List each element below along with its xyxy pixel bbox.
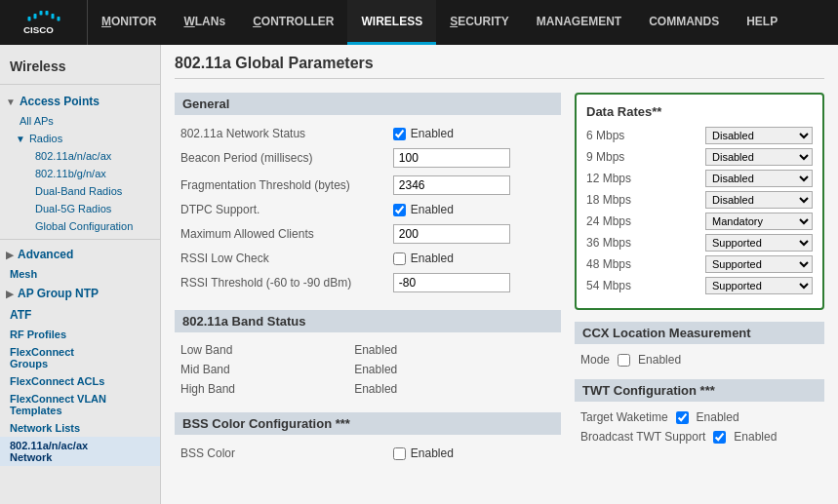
field-label-network-status: 802.11a Network Status bbox=[175, 123, 387, 144]
top-nav: CISCO MONITOR WLANs CONTROLLER WIRELESS … bbox=[0, 0, 838, 45]
advanced-arrow: ▶ bbox=[6, 250, 14, 260]
bss-color-title: BSS Color Configuration *** bbox=[175, 412, 561, 435]
general-section-title: General bbox=[175, 93, 561, 115]
nav-controller[interactable]: CONTROLLER bbox=[239, 0, 347, 45]
ccx-section: CCX Location Measurement Mode Enabled bbox=[575, 322, 824, 369]
advanced-label: Advanced bbox=[18, 248, 73, 261]
twt-broadcast-checkbox[interactable] bbox=[713, 431, 726, 444]
twt-waketime-row: Target Waketime Enabled bbox=[575, 407, 824, 427]
svg-rect-2 bbox=[33, 14, 36, 19]
low-band-value: Enabled bbox=[348, 340, 561, 360]
rate-select-18mbps[interactable]: DisabledMandatorySupported bbox=[705, 191, 813, 209]
sidebar-item-dual-5g[interactable]: Dual-5G Radios bbox=[0, 200, 160, 217]
twt-waketime-label: Target Waketime bbox=[580, 410, 668, 424]
nav-wireless[interactable]: WIRELESS bbox=[347, 0, 436, 45]
rate-row-12mbps: 12 Mbps DisabledMandatorySupported bbox=[586, 170, 813, 187]
bss-color-label: BSS Color bbox=[175, 443, 387, 464]
page-title: 802.11a Global Parameters bbox=[175, 55, 824, 79]
field-rssi-threshold: RSSI Threshold (-60 to -90 dBm) bbox=[175, 269, 561, 296]
sidebar-item-80211bgnax[interactable]: 802.11b/g/n/ax bbox=[0, 165, 160, 182]
sidebar-item-80211anax[interactable]: 802.11a/n/ac/ax bbox=[0, 147, 160, 165]
sidebar-item-rf-profiles[interactable]: RF Profiles bbox=[0, 326, 160, 343]
twt-waketime-value: Enabled bbox=[697, 410, 739, 424]
twt-section: TWT Configuration *** Target Waketime En… bbox=[575, 379, 824, 446]
ccx-mode-row: Mode Enabled bbox=[575, 350, 824, 369]
sidebar-item-mesh[interactable]: Mesh bbox=[0, 265, 160, 283]
field-rssi-low-check: RSSI Low Check Enabled bbox=[175, 248, 561, 269]
sidebar-item-all-aps[interactable]: All APs bbox=[0, 112, 160, 130]
band-row-low: Low Band Enabled bbox=[175, 340, 561, 360]
svg-text:CISCO: CISCO bbox=[23, 24, 54, 35]
rate-row-18mbps: 18 Mbps DisabledMandatorySupported bbox=[586, 191, 813, 209]
mid-band-label: Mid Band bbox=[175, 360, 348, 379]
apntp-arrow: ▶ bbox=[6, 289, 14, 299]
dtpc-checkbox[interactable] bbox=[393, 204, 406, 216]
rate-select-9mbps[interactable]: DisabledMandatorySupported bbox=[705, 148, 813, 166]
svg-rect-1 bbox=[45, 11, 48, 16]
data-rates-title: Data Rates** bbox=[586, 104, 813, 119]
ccx-title: CCX Location Measurement bbox=[575, 322, 824, 344]
rate-label-12mbps: 12 Mbps bbox=[586, 172, 655, 185]
beacon-period-input[interactable] bbox=[393, 148, 510, 168]
sidebar-item-advanced[interactable]: ▶ Advanced bbox=[0, 244, 160, 265]
rate-select-12mbps[interactable]: DisabledMandatorySupported bbox=[705, 170, 813, 187]
sidebar-item-atf[interactable]: ATF bbox=[0, 304, 160, 326]
sidebar-item-network-lists[interactable]: Network Lists bbox=[0, 419, 160, 437]
sidebar-item-access-points[interactable]: ▼ Access Points bbox=[0, 91, 160, 112]
nav-management[interactable]: MANAGEMENT bbox=[523, 0, 635, 45]
rate-select-48mbps[interactable]: DisabledMandatorySupported bbox=[705, 255, 813, 273]
bss-color-row: BSS Color Enabled bbox=[175, 443, 561, 464]
max-clients-input[interactable] bbox=[393, 224, 510, 244]
main-layout: Wireless ▼ Access Points All APs ▼Radios… bbox=[0, 45, 838, 504]
field-label-beacon: Beacon Period (millisecs) bbox=[175, 144, 387, 172]
sidebar-item-ap-group-ntp[interactable]: ▶ AP Group NTP bbox=[0, 283, 160, 304]
nav-items: MONITOR WLANs CONTROLLER WIRELESS SECURI… bbox=[88, 0, 791, 45]
nav-wlans[interactable]: WLANs bbox=[170, 0, 239, 45]
band-status-table: Low Band Enabled Mid Band Enabled High B… bbox=[175, 340, 561, 399]
low-band-label: Low Band bbox=[175, 340, 348, 360]
band-row-high: High Band Enabled bbox=[175, 379, 561, 399]
frag-threshold-input[interactable] bbox=[393, 175, 510, 195]
band-status-title: 802.11a Band Status bbox=[175, 310, 561, 332]
twt-broadcast-value: Enabled bbox=[734, 430, 777, 444]
svg-rect-4 bbox=[27, 17, 30, 21]
sidebar-item-flexconnect-acls[interactable]: FlexConnect ACLs bbox=[0, 372, 160, 390]
nav-security[interactable]: SECURITY bbox=[436, 0, 523, 45]
collapse-icon: ▼ bbox=[6, 97, 16, 107]
divider-1 bbox=[0, 239, 160, 240]
rate-row-9mbps: 9 Mbps DisabledMandatorySupported bbox=[586, 148, 813, 166]
rate-select-36mbps[interactable]: DisabledMandatorySupported bbox=[705, 234, 813, 252]
mid-band-value: Enabled bbox=[348, 360, 561, 379]
ccx-mode-checkbox[interactable] bbox=[618, 354, 630, 367]
field-max-clients: Maximum Allowed Clients bbox=[175, 220, 561, 248]
sidebar-item-global-config[interactable]: Global Configuration bbox=[0, 217, 160, 235]
sidebar-item-dual-band[interactable]: Dual-Band Radios bbox=[0, 182, 160, 200]
svg-rect-0 bbox=[39, 11, 42, 16]
rate-select-6mbps[interactable]: DisabledMandatorySupported bbox=[705, 127, 813, 144]
nav-monitor[interactable]: MONITOR bbox=[88, 0, 170, 45]
atf-label: ATF bbox=[10, 308, 31, 322]
twt-waketime-checkbox[interactable] bbox=[676, 411, 689, 424]
sidebar-item-flexconnect-groups[interactable]: FlexConnectGroups bbox=[0, 343, 160, 372]
field-dtpc: DTPC Support. Enabled bbox=[175, 199, 561, 220]
bss-color-checkbox[interactable] bbox=[393, 447, 406, 460]
twt-title: TWT Configuration *** bbox=[575, 379, 824, 402]
rate-label-36mbps: 36 Mbps bbox=[586, 236, 655, 250]
field-label-rssi-threshold: RSSI Threshold (-60 to -90 dBm) bbox=[175, 269, 387, 296]
sidebar-item-flexconnect-vlan[interactable]: FlexConnect VLANTemplates bbox=[0, 390, 160, 419]
sidebar-item-80211a-network[interactable]: 802.11a/n/ac/axNetwork bbox=[0, 437, 160, 466]
nav-commands[interactable]: COMMANDS bbox=[635, 0, 733, 45]
rate-select-24mbps[interactable]: DisabledMandatorySupported bbox=[705, 213, 813, 230]
rate-select-54mbps[interactable]: DisabledMandatorySupported bbox=[705, 277, 813, 294]
network-status-checkbox[interactable] bbox=[393, 128, 406, 140]
sidebar: Wireless ▼ Access Points All APs ▼Radios… bbox=[0, 45, 161, 504]
rate-label-24mbps: 24 Mbps bbox=[586, 214, 655, 228]
apntp-label: AP Group NTP bbox=[18, 287, 99, 300]
rate-label-18mbps: 18 Mbps bbox=[586, 193, 655, 207]
nav-help[interactable]: HELP bbox=[733, 0, 791, 45]
band-row-mid: Mid Band Enabled bbox=[175, 360, 561, 379]
rate-row-48mbps: 48 Mbps DisabledMandatorySupported bbox=[586, 255, 813, 273]
rssi-threshold-input[interactable] bbox=[393, 273, 510, 292]
rssi-low-checkbox[interactable] bbox=[393, 252, 406, 265]
sidebar-item-radios[interactable]: ▼Radios bbox=[0, 130, 160, 147]
